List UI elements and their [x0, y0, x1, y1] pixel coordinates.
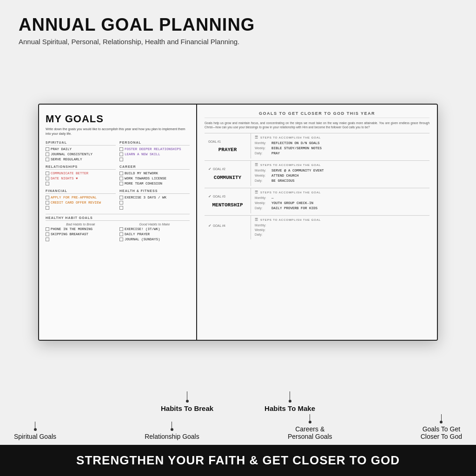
habits-make-annotation: Habits To Make: [264, 391, 315, 412]
goal-text: JOURNAL CONSISTENTLY: [51, 152, 93, 156]
goal-text: CREDIT CARD OFFER REVIEW: [51, 201, 101, 205]
goal-item: [119, 201, 190, 205]
goal-name-1: PRAYER: [208, 147, 247, 152]
freq-label: Weekly:: [255, 201, 271, 205]
goal-item: MORE TEAM COHESION: [119, 182, 190, 185]
top-section: ANNUAL GOAL PLANNING Annual Spiritual, P…: [0, 0, 476, 53]
freq-label: Daily:: [255, 206, 271, 210]
checkbox[interactable]: [46, 201, 49, 205]
goal-item: [46, 182, 116, 185]
checkbox[interactable]: [119, 206, 123, 210]
freq-value: BIBLE STUDY/SERMON NOTES: [271, 146, 322, 150]
goal-text: LEARN A NEW SKILL: [125, 152, 160, 156]
check-mark: ✓: [208, 167, 212, 171]
financial-label: FINANCIAL: [46, 189, 116, 194]
freq-value: SERVE @ A COMMUNITY EVENT: [271, 169, 324, 172]
goal-text: FOSTER DEEPER RELATIONSHIPS: [125, 147, 181, 151]
freq-label: Daily:: [255, 152, 271, 155]
left-col: SPIRITUAL PRAY DAILY JOURNAL CONSISTENTL…: [46, 141, 116, 211]
steps-icon: ☰: [255, 218, 258, 222]
freq-row: Monthly: SERVE @ A COMMUNITY EVENT: [255, 169, 426, 172]
right-col: PERSONAL FOSTER DEEPER RELATIONSHIPS LEA…: [119, 141, 190, 211]
checkbox[interactable]: [119, 238, 123, 241]
habits-break-label: Habits To Break: [161, 404, 213, 412]
checkbox[interactable]: [46, 227, 49, 231]
checkbox[interactable]: [46, 177, 49, 180]
checkbox[interactable]: [119, 227, 123, 231]
goal-item: [46, 206, 116, 210]
habits-make-label: Habits To Make: [264, 404, 315, 412]
checkbox[interactable]: [46, 182, 49, 185]
freq-label: Monthly:: [255, 169, 271, 172]
checkbox[interactable]: [46, 232, 49, 236]
checkbox[interactable]: [119, 147, 123, 151]
goal-text: EXERCISE! (3T/WK): [125, 227, 160, 231]
good-habits-label: Good Habits to Make: [119, 223, 190, 226]
checkbox[interactable]: [46, 172, 49, 175]
goal-item: DATE NIGHTS ♥: [46, 177, 116, 180]
goal-text: SERVE REGULARLY: [51, 158, 82, 161]
checkbox[interactable]: [46, 238, 49, 241]
checkbox[interactable]: [46, 206, 49, 210]
career-label: CAREER: [119, 165, 190, 170]
goal-text: EXERCISE 3 DAYS / WK: [125, 196, 166, 199]
goal-text: APPLY FOR PRE-APPROVAL: [51, 196, 97, 199]
goal-right-4: ☰ STEPS TO ACCOMPLISH THE GOAL Monthly: …: [251, 216, 430, 239]
freq-label: Monthly:: [255, 196, 271, 199]
checkbox[interactable]: [119, 158, 123, 161]
freq-row: Daily: BE GRACIOUS: [255, 179, 426, 183]
goal-item: WORK TOWARDS LICENSE: [119, 177, 190, 180]
page-right: GOALS TO GET CLOSER TO GOD THIS YEAR Goa…: [197, 105, 437, 340]
left-page-title: MY GOALS: [46, 113, 190, 125]
goal-text: PHONE IN THE MORNING: [51, 227, 93, 231]
notebook-area: MY GOALS Write down the goals you would …: [0, 53, 476, 391]
checkbox[interactable]: [46, 158, 49, 161]
goal-text: MORE TEAM COHESION: [125, 182, 162, 185]
goal-left-2: ✓ GOAL #2 COMMUNITY: [205, 161, 251, 186]
checkbox[interactable]: [119, 232, 123, 236]
goal-left-4: ✓ GOAL #4: [205, 216, 251, 239]
goals-closer-label: Goals To Get Closer To God: [421, 425, 462, 440]
checkbox[interactable]: [119, 182, 123, 185]
steps-icon: ☰: [255, 135, 258, 139]
goal-right-1: ☰ STEPS TO ACCOMPLISH THE GOAL Monthly: …: [251, 133, 430, 159]
checkbox[interactable]: [119, 172, 123, 175]
goal-num-2: ✓ GOAL #2: [208, 167, 247, 171]
goal-item: LEARN A NEW SKILL: [119, 152, 190, 156]
spiritual-goals-label: Spiritual Goals: [14, 433, 56, 440]
goal-text: COMMUNICATE BETTER: [51, 172, 88, 175]
bad-habits-label: Bad Habits to Break: [46, 223, 116, 226]
checkbox[interactable]: [119, 177, 123, 180]
freq-label: Daily:: [255, 179, 271, 182]
relationships-label: RELATIONSHIPS: [46, 165, 116, 170]
habits-break-annotation: Habits To Break: [161, 391, 213, 412]
freq-row: Weekly: BIBLE STUDY/SERMON NOTES: [255, 146, 426, 150]
checkbox[interactable]: [119, 201, 123, 205]
goal-num-3: ✓ GOAL #3: [208, 194, 247, 198]
goal-text: WORK TOWARDS LICENSE: [125, 177, 166, 180]
freq-value: BE GRACIOUS: [271, 179, 295, 183]
goal-left-1: GOAL #1 PRAYER: [205, 133, 251, 159]
freq-row: Monthly:: [255, 224, 426, 227]
goal-item: CREDIT CARD OFFER REVIEW: [46, 201, 116, 205]
goal-left-3: ✓ GOAL #3 MENTORSHIP: [205, 188, 251, 213]
freq-value: REFLECTION ON D/N GOALS: [271, 141, 320, 145]
freq-value: ATTEND CHURCH: [271, 174, 299, 178]
checkbox[interactable]: [46, 147, 49, 151]
goal-item: PRAY DAILY: [46, 147, 116, 151]
checkbox[interactable]: [46, 152, 49, 156]
steps-label-3: ☰ STEPS TO ACCOMPLISH THE GOAL: [255, 190, 426, 194]
checkbox[interactable]: [46, 196, 49, 199]
freq-row: Daily:: [255, 233, 426, 236]
goal-text: JOURNAL (SUNDAYS): [125, 238, 160, 241]
goal-item: [119, 206, 190, 210]
right-title: GOALS TO GET CLOSER TO GOD THIS YEAR: [205, 111, 430, 118]
relationship-goals-annotation: Relationship Goals: [145, 422, 199, 440]
goal-item: EXERCISE 3 DAYS / WK: [119, 196, 190, 199]
right-desc: Goals help us grow and maintain focus, a…: [205, 121, 430, 129]
bad-habits-col: Bad Habits to Break PHONE IN THE MORNING…: [46, 223, 116, 243]
checkbox[interactable]: [119, 196, 123, 199]
checkbox[interactable]: [119, 152, 123, 156]
goal-row-2: ✓ GOAL #2 COMMUNITY ☰ STEPS TO ACCOMPLIS…: [205, 160, 430, 186]
goal-row-3: ✓ GOAL #3 MENTORSHIP ☰ STEPS TO ACCOMPLI…: [205, 188, 430, 213]
